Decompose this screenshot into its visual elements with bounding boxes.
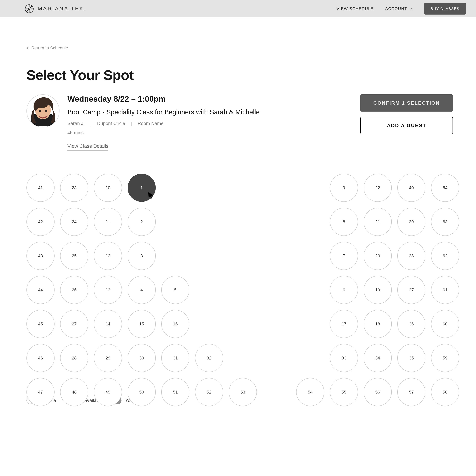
seat-42[interactable]: 42 <box>26 208 54 236</box>
seat-52[interactable]: 52 <box>195 378 223 406</box>
seat-44[interactable]: 44 <box>26 276 54 304</box>
separator-icon: | <box>90 121 91 126</box>
confirm-selection-button[interactable]: CONFIRM 1 SELECTION <box>360 94 453 112</box>
seat-28[interactable]: 28 <box>60 344 88 372</box>
nav-account[interactable]: ACCOUNT <box>385 6 412 11</box>
session-class-name: Boot Camp - Speciality Class for Beginne… <box>68 108 360 116</box>
cursor-icon <box>147 191 154 199</box>
seat-31[interactable]: 31 <box>161 344 189 372</box>
seat-24[interactable]: 24 <box>60 208 88 236</box>
session-duration: 45 mins. <box>68 130 360 135</box>
seat-63[interactable]: 63 <box>431 208 459 236</box>
seat-26[interactable]: 26 <box>60 276 88 304</box>
seat-6[interactable]: 6 <box>330 276 358 304</box>
seat-48[interactable]: 48 <box>60 378 88 406</box>
buy-classes-button[interactable]: BUY CLASSES <box>424 3 466 15</box>
seat-43[interactable]: 43 <box>26 242 54 270</box>
brand-logo-icon <box>25 4 34 13</box>
seat-46[interactable]: 46 <box>26 344 54 372</box>
seat-14[interactable]: 14 <box>94 310 122 338</box>
seat-35[interactable]: 35 <box>397 344 425 372</box>
page-title: Select Your Spot <box>26 67 453 83</box>
seat-15[interactable]: 15 <box>128 310 156 338</box>
seat-56[interactable]: 56 <box>364 378 392 406</box>
seat-51[interactable]: 51 <box>161 378 189 406</box>
separator-icon: | <box>131 121 132 126</box>
return-to-schedule-link[interactable]: < Return to Schedule <box>26 45 453 51</box>
seat-8[interactable]: 8 <box>330 208 358 236</box>
svg-line-6 <box>31 10 32 12</box>
seat-49[interactable]: 49 <box>94 378 122 406</box>
seat-10[interactable]: 10 <box>94 174 122 202</box>
seat-4[interactable]: 4 <box>128 276 156 304</box>
seat-21[interactable]: 21 <box>364 208 392 236</box>
header: MARIANA TEK. VIEW SCHEDULE ACCOUNT BUY C… <box>0 0 476 17</box>
svg-line-5 <box>26 6 28 7</box>
seat-53[interactable]: 53 <box>229 378 257 406</box>
seat-16[interactable]: 16 <box>161 310 189 338</box>
seat-19[interactable]: 19 <box>364 276 392 304</box>
seat-34[interactable]: 34 <box>364 344 392 372</box>
seat-33[interactable]: 33 <box>330 344 358 372</box>
seat-45[interactable]: 45 <box>26 310 54 338</box>
seat-38[interactable]: 38 <box>397 242 425 270</box>
seat-60[interactable]: 60 <box>431 310 459 338</box>
seat-55[interactable]: 55 <box>330 378 358 406</box>
seat-25[interactable]: 25 <box>60 242 88 270</box>
seat-37[interactable]: 37 <box>397 276 425 304</box>
session-location: Dupont Circle <box>97 121 125 126</box>
svg-point-13 <box>39 110 41 112</box>
seat-17[interactable]: 17 <box>330 310 358 338</box>
session-instructor: Sarah J. <box>68 121 85 126</box>
seat-13[interactable]: 13 <box>94 276 122 304</box>
seat-3[interactable]: 3 <box>128 242 156 270</box>
seat-64[interactable]: 64 <box>431 174 459 202</box>
seat-50[interactable]: 50 <box>128 378 156 406</box>
brand[interactable]: MARIANA TEK. <box>25 4 86 13</box>
session-details: Wednesday 8/22 – 1:00pm Boot Camp - Spec… <box>26 94 453 151</box>
seat-32[interactable]: 32 <box>195 344 223 372</box>
seat-61[interactable]: 61 <box>431 276 459 304</box>
seat-36[interactable]: 36 <box>397 310 425 338</box>
nav-view-schedule[interactable]: VIEW SCHEDULE <box>337 6 374 11</box>
seat-57[interactable]: 57 <box>397 378 425 406</box>
seat-23[interactable]: 23 <box>60 174 88 202</box>
seat-5[interactable]: 5 <box>161 276 189 304</box>
svg-line-7 <box>31 6 32 7</box>
svg-point-14 <box>45 110 47 112</box>
nav-account-label: ACCOUNT <box>385 6 407 11</box>
seat-54[interactable]: 54 <box>296 378 324 406</box>
session-datetime: Wednesday 8/22 – 1:00pm <box>68 94 360 103</box>
seat-12[interactable]: 12 <box>94 242 122 270</box>
session-room: Room Name <box>137 121 163 126</box>
seat-62[interactable]: 62 <box>431 242 459 270</box>
seat-7[interactable]: 7 <box>330 242 358 270</box>
seat-18[interactable]: 18 <box>364 310 392 338</box>
instructor-avatar <box>26 94 59 127</box>
seat-29[interactable]: 29 <box>94 344 122 372</box>
seat-20[interactable]: 20 <box>364 242 392 270</box>
add-guest-button[interactable]: ADD A GUEST <box>360 117 453 134</box>
return-label: Return to Schedule <box>31 45 68 51</box>
seat-47[interactable]: 47 <box>26 378 54 406</box>
seat-58[interactable]: 58 <box>431 378 459 406</box>
chevron-left-icon: < <box>26 45 29 51</box>
seat-41[interactable]: 41 <box>26 174 54 202</box>
seat-59[interactable]: 59 <box>431 344 459 372</box>
seat-9[interactable]: 9 <box>330 174 358 202</box>
seat-22[interactable]: 22 <box>364 174 392 202</box>
svg-line-8 <box>26 10 28 12</box>
seat-11[interactable]: 11 <box>94 208 122 236</box>
chevron-down-icon <box>409 7 412 10</box>
brand-name: MARIANA TEK. <box>38 6 86 12</box>
seat-30[interactable]: 30 <box>128 344 156 372</box>
svg-point-0 <box>28 8 30 10</box>
seat-2[interactable]: 2 <box>128 208 156 236</box>
seat-39[interactable]: 39 <box>397 208 425 236</box>
top-nav: VIEW SCHEDULE ACCOUNT BUY CLASSES <box>337 3 466 15</box>
seat-40[interactable]: 40 <box>397 174 425 202</box>
page: < Return to Schedule Select Your Spot <box>0 17 476 406</box>
view-class-details-link[interactable]: View Class Details <box>68 143 108 151</box>
seat-27[interactable]: 27 <box>60 310 88 338</box>
